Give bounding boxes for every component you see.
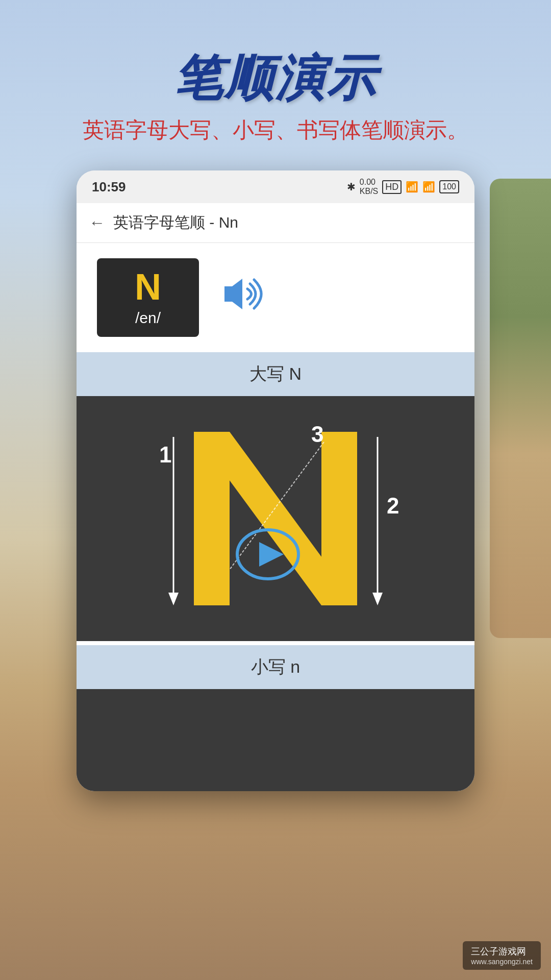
phone-frame: 10:59 ✱ 0.00KB/S HD 📶 📶 100 ← 英语字母笔顺 - N… <box>77 170 474 791</box>
svg-text:2: 2 <box>387 493 399 518</box>
signal-bars: 📶 <box>422 181 435 193</box>
svg-marker-0 <box>224 279 242 309</box>
uppercase-stroke-area[interactable]: 1 2 3 <box>77 396 474 641</box>
uppercase-section-header: 大写 N <box>77 352 474 396</box>
hero-subtitle: 英语字母大写、小写、书写体笔顺演示。 <box>20 115 531 145</box>
app-content: N /en/ 大写 N <box>77 243 474 791</box>
watermark-text: 三公子游戏网 <box>471 945 533 958</box>
svg-text:3: 3 <box>311 422 323 447</box>
back-button[interactable]: ← <box>89 213 105 232</box>
bluetooth-icon: ✱ <box>347 181 356 193</box>
app-header: ← 英语字母笔顺 - Nn <box>77 203 474 243</box>
battery-icon: 100 <box>439 180 459 193</box>
status-time: 10:59 <box>92 179 126 195</box>
lowercase-svg <box>77 689 474 791</box>
lowercase-section: 小写 n <box>77 645 474 791</box>
hero-title: 笔顺演示 <box>20 51 531 105</box>
status-bar: 10:59 ✱ 0.00KB/S HD 📶 📶 100 <box>77 170 474 203</box>
data-speed: 0.00KB/S <box>360 178 378 196</box>
status-icons: ✱ 0.00KB/S HD 📶 📶 100 <box>347 178 459 196</box>
main-overlay: 笔顺演示 英语字母大写、小写、书写体笔顺演示。 10:59 ✱ 0.00KB/S… <box>0 0 551 812</box>
letter-display: N /en/ <box>77 243 474 352</box>
lowercase-section-header: 小写 n <box>77 645 474 689</box>
watermark-url: www.sangongzi.net <box>471 958 533 966</box>
letter-card: N /en/ <box>97 258 199 337</box>
hd-badge: HD <box>382 180 402 194</box>
wifi-icon: 📶 <box>406 181 418 193</box>
app-header-title: 英语字母笔顺 - Nn <box>113 212 238 233</box>
svg-rect-15 <box>77 689 474 791</box>
svg-text:1: 1 <box>159 442 171 467</box>
lowercase-stroke-area[interactable] <box>77 689 474 791</box>
letter-card-main: N <box>112 268 184 305</box>
stroke-svg: 1 2 3 <box>122 401 429 636</box>
hero-section: 笔顺演示 英语字母大写、小写、书写体笔顺演示。 <box>0 31 551 160</box>
letter-card-phonetic: /en/ <box>112 309 184 327</box>
sound-button[interactable] <box>219 274 270 322</box>
watermark: 三公子游戏网 www.sangongzi.net <box>463 941 541 970</box>
